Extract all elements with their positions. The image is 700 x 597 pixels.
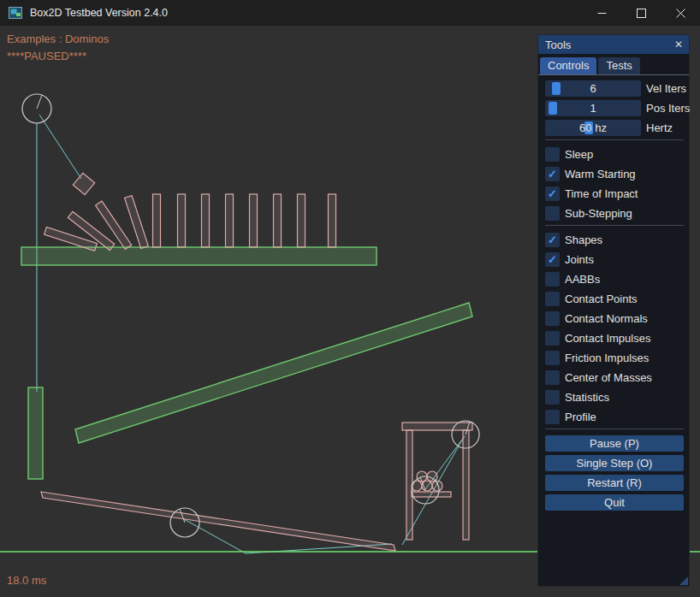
checkbox-row: ✓ Contact Normals <box>545 310 684 327</box>
checkbox-row: ✓ Shapes <box>545 232 684 248</box>
checkbox-label: Center of Masses <box>565 371 652 384</box>
paused-status: ****PAUSED**** <box>7 50 86 62</box>
checkbox-label: Friction Impulses <box>565 352 649 364</box>
checkbox-time-of-impact[interactable]: ✓ <box>545 186 560 201</box>
vel-iters-slider[interactable]: 6 <box>545 80 641 97</box>
pos-iters-label: Pos Iters <box>646 102 690 115</box>
small-balls <box>412 471 442 491</box>
checkbox-label: Sub-Stepping <box>565 207 632 220</box>
slider-row-pos-iters: 1 Pos Iters <box>545 100 684 116</box>
static-bodies <box>21 247 472 479</box>
tab-controls[interactable]: Controls <box>540 57 596 74</box>
checkbox-contact-points[interactable]: ✓ <box>545 292 560 306</box>
slider-row-vel-iters: 6 Vel Iters <box>545 80 684 97</box>
maximize-button[interactable] <box>621 0 661 26</box>
tools-panel-titlebar[interactable]: Tools ✕ <box>538 35 689 54</box>
checkbox-sub-stepping[interactable]: ✓ <box>545 206 560 221</box>
checkbox-row: ✓ Sub-Stepping <box>545 205 684 222</box>
checkbox-statistics[interactable]: ✓ <box>545 390 560 405</box>
dominoes <box>44 194 336 251</box>
window-title: Box2D Testbed Version 2.4.0 <box>30 7 168 19</box>
checkbox-row: ✓ AABBs <box>545 271 684 287</box>
domino-platform <box>21 247 377 265</box>
checkbox-row: ✓ Center of Masses <box>545 369 684 386</box>
vel-iters-label: Vel Iters <box>646 82 686 95</box>
pause-button[interactable]: Pause (P) <box>545 435 684 452</box>
checkbox-row: ✓ Warm Starting <box>545 166 684 182</box>
checkbox-warm-starting[interactable]: ✓ <box>545 167 560 181</box>
check-icon: ✓ <box>548 234 557 245</box>
check-icon: ✓ <box>548 188 557 199</box>
pos-iters-value: 1 <box>545 100 641 116</box>
checkbox-label: Time of Impact <box>565 187 638 200</box>
vertical-block <box>28 387 43 479</box>
pendulum-box <box>73 173 94 194</box>
tab-tests[interactable]: Tests <box>598 57 639 74</box>
window-controls <box>582 0 700 26</box>
checkbox-shapes[interactable]: ✓ <box>545 233 560 247</box>
example-title: Examples : Dominos <box>7 33 109 45</box>
checkbox-label: Shapes <box>565 233 602 246</box>
checkbox-label: Contact Normals <box>565 312 648 325</box>
checkbox-row: ✓ Time of Impact <box>545 186 684 202</box>
close-button[interactable] <box>661 0 700 26</box>
checkbox-label: Statistics <box>565 391 609 404</box>
checkbox-label: Joints <box>565 253 594 266</box>
quit-button[interactable]: Quit <box>545 494 684 511</box>
checkbox-contact-impulses[interactable]: ✓ <box>545 331 560 346</box>
checkbox-label: Contact Points <box>565 293 638 305</box>
checkbox-row: ✓ Contact Points <box>545 291 684 307</box>
tools-close-icon[interactable]: ✕ <box>674 39 683 50</box>
titlebar[interactable]: Box2D Testbed Version 2.4.0 <box>0 0 700 26</box>
checkbox-label: Contact Impulses <box>565 332 650 345</box>
checkbox-row: ✓ Contact Impulses <box>545 330 684 346</box>
checkbox-joints[interactable]: ✓ <box>545 252 560 267</box>
panel-body: 6 Vel Iters 1 Pos Iters 60 hz <box>538 75 689 519</box>
slider-row-hertz: 60 hz Hertz <box>545 120 684 136</box>
checkbox-label: AABBs <box>565 273 600 286</box>
hertz-slider[interactable]: 60 hz <box>545 120 641 136</box>
tools-panel: Tools ✕ Controls Tests 6 Vel Iters <box>537 34 690 587</box>
checkbox-sleep[interactable]: ✓ <box>545 147 560 162</box>
single-step-button[interactable]: Single Step (O) <box>545 455 684 471</box>
checkbox-friction-impulses[interactable]: ✓ <box>545 351 560 365</box>
bottom-plank <box>41 492 395 551</box>
separator <box>545 429 684 429</box>
checkbox-row: ✓ Friction Impulses <box>545 350 684 366</box>
checkbox-label: Profile <box>565 411 596 423</box>
checkbox-label: Sleep <box>565 148 593 161</box>
minimize-button[interactable] <box>582 0 621 26</box>
checkbox-profile[interactable]: ✓ <box>545 410 560 424</box>
separator <box>545 225 684 226</box>
checkbox-aabbs[interactable]: ✓ <box>545 272 560 287</box>
restart-button[interactable]: Restart (R) <box>545 475 684 491</box>
dynamic-bodies <box>41 173 472 551</box>
checkbox-row: ✓ Profile <box>545 409 684 425</box>
pos-iters-slider[interactable]: 1 <box>545 100 641 116</box>
checkbox-row: ✓ Sleep <box>545 146 684 163</box>
separator <box>545 139 684 140</box>
checkbox-label: Warm Starting <box>565 168 636 180</box>
diagonal-plank <box>75 303 472 443</box>
check-icon: ✓ <box>548 168 557 180</box>
resize-grip[interactable] <box>679 576 688 585</box>
checkbox-row: ✓ Statistics <box>545 389 684 405</box>
checkbox-contact-normals[interactable]: ✓ <box>545 311 560 326</box>
checkbox-row: ✓ Joints <box>545 251 684 268</box>
tools-panel-title: Tools <box>545 38 571 51</box>
app-window: Box2D Testbed Version 2.4.0 <box>0 0 700 597</box>
simulation-canvas[interactable]: Examples : Dominos ****PAUSED**** 18.0 m… <box>0 26 700 597</box>
vel-iters-value: 6 <box>545 80 641 97</box>
frame-time: 18.0 ms <box>7 574 46 587</box>
hertz-label: Hertz <box>646 121 673 134</box>
check-icon: ✓ <box>548 254 557 265</box>
tabbar: Controls Tests <box>538 54 689 75</box>
hertz-value: 60 hz <box>545 120 641 136</box>
checkbox-center-of-masses[interactable]: ✓ <box>545 370 560 385</box>
app-icon <box>9 6 22 20</box>
